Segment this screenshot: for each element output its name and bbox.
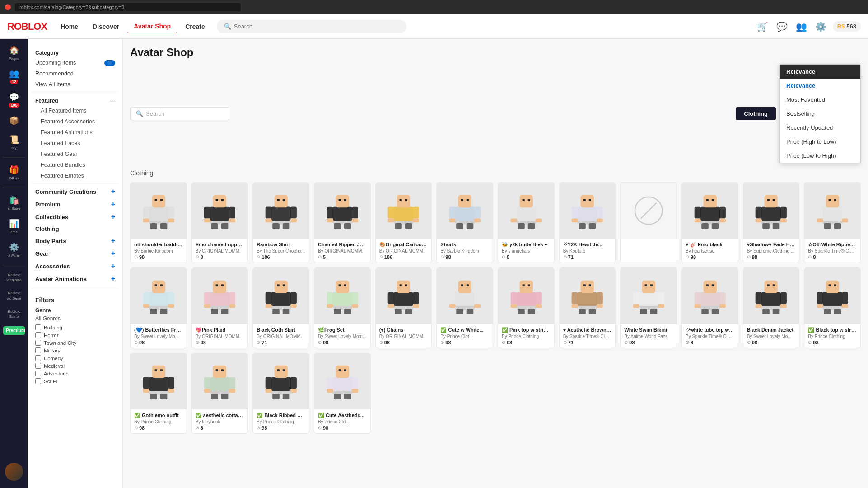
item-card[interactable]: 🐝 y2k butterflies +By s angelia s⊙8 xyxy=(498,182,555,263)
nav-search-input[interactable] xyxy=(234,23,399,30)
filter-town-checkbox[interactable] xyxy=(35,340,41,346)
item-card[interactable]: 🎨Original Cartoony PantsBy ORIGINAL MOMM… xyxy=(375,182,432,263)
avatar-animations-plus-icon[interactable]: + xyxy=(111,275,115,283)
item-card[interactable]: White Swim BikiniBy Anime World Fans⊙98 xyxy=(620,267,677,348)
item-card[interactable]: ✅ Cute w White...By Prince Clot...⊙98 xyxy=(436,267,493,348)
category-filter-button[interactable]: Clothing xyxy=(736,107,776,120)
item-card[interactable]: (💙) Butterflies Front TieBy Sweet Lovely… xyxy=(130,267,187,348)
filter-military-checkbox[interactable] xyxy=(35,347,41,353)
item-card[interactable]: 🌿Frog SetBy Sweet Lovely Mom...⊙98 xyxy=(314,267,371,348)
filter-horror[interactable]: Horror xyxy=(35,331,115,339)
filter-comedy-checkbox[interactable] xyxy=(35,355,41,361)
filter-building[interactable]: Building xyxy=(35,324,115,331)
item-card[interactable]: 💖Pink PlaidBy ORIGINAL MOMM.⊙98 xyxy=(191,267,248,348)
sidebar-featured-gear[interactable]: Featured Gear xyxy=(28,149,122,160)
body-parts-plus-icon[interactable]: + xyxy=(111,237,115,245)
left-panel-offers[interactable]: 🎁 Offers xyxy=(3,162,25,183)
sidebar-accessories[interactable]: Accessories + xyxy=(28,260,122,272)
item-card[interactable]: Chained Ripped JeansBy ORIGINAL MOMM.⊙5 xyxy=(314,182,371,263)
left-panel-roblox1[interactable]: Roblox:Werkbold xyxy=(3,270,25,285)
left-panel-control[interactable]: ⚙️ ol Panel xyxy=(3,239,25,260)
sidebar-body-parts[interactable]: Body Parts + xyxy=(28,235,122,247)
filter-adventure[interactable]: Adventure xyxy=(35,370,115,377)
sort-most-favorited[interactable]: Most Favorited xyxy=(780,93,860,107)
item-card[interactable]: Black Denim JacketBy Sweet Lovely Mo...⊙… xyxy=(743,267,800,348)
sidebar-featured-faces[interactable]: Featured Faces xyxy=(28,138,122,149)
user-avatar[interactable] xyxy=(5,463,23,481)
sidebar-avatar-animations[interactable]: Avatar Animations + xyxy=(28,272,122,285)
collectibles-plus-icon[interactable]: + xyxy=(111,213,115,221)
item-card[interactable]: (♥) ChainsBy ORIGINAL MOMM.⊙98 xyxy=(375,267,432,348)
item-card[interactable]: ♡Y2K Heart Je...By Kouture⊙71 xyxy=(559,182,616,263)
item-card[interactable]: ShortsBy Barbie Kingdom⊙98 xyxy=(436,182,493,263)
sidebar-gear[interactable]: Gear + xyxy=(28,247,122,260)
nav-settings-icon[interactable]: ⚙️ xyxy=(813,19,828,34)
item-card[interactable]: off shoulder baddie setBy Barbie Kingdom… xyxy=(130,182,187,263)
left-panel-home[interactable]: 🏠 Pages xyxy=(3,42,25,63)
sidebar-view-all[interactable]: View All Items xyxy=(28,79,122,90)
item-card[interactable]: Rainbow ShirtBy The Super Chopho...⊙186 xyxy=(252,182,309,263)
filter-building-checkbox[interactable] xyxy=(35,324,41,330)
item-card[interactable]: ✅ Black Ribbed Knit BraletteBy Prince Cl… xyxy=(252,353,309,434)
nav-chat-icon[interactable]: 💬 xyxy=(775,19,789,34)
sidebar-featured-bundles[interactable]: Featured Bundles xyxy=(28,160,122,170)
left-panel-history[interactable]: 📜 ory xyxy=(3,132,25,153)
nav-avatar-shop[interactable]: Avatar Shop xyxy=(127,20,177,33)
left-panel-roblox3[interactable]: Roblox:Szeto xyxy=(3,306,25,322)
accessories-plus-icon[interactable]: + xyxy=(111,262,115,270)
community-plus-icon[interactable]: + xyxy=(111,188,115,196)
nav-search-bar[interactable]: 🔍 xyxy=(217,20,406,33)
premium-plus-icon[interactable]: + xyxy=(111,200,115,208)
filter-medieval-checkbox[interactable] xyxy=(35,363,41,369)
sidebar-featured-animations[interactable]: Featured Animations xyxy=(28,127,122,138)
sort-recently-updated[interactable]: Recently Updated xyxy=(780,121,860,135)
left-panel-friends[interactable]: 👥 12 xyxy=(3,66,25,87)
left-panel-box[interactable]: 📦 xyxy=(3,113,25,129)
sidebar-featured-emotes[interactable]: Featured Emotes xyxy=(28,170,122,181)
item-card[interactable]: ♡white tube top w plaid skirt &By Sparkl… xyxy=(681,267,738,348)
gear-plus-icon[interactable]: + xyxy=(111,249,115,258)
left-panel-store[interactable]: 🛍️ al Store xyxy=(3,192,25,213)
left-panel-messages[interactable]: 💬 195 xyxy=(3,89,25,110)
item-card[interactable]: Black Goth SkirtBy ORIGINAL MOMM.⊙71 xyxy=(252,267,309,348)
sidebar-premium[interactable]: Premium + xyxy=(28,198,122,211)
filter-search-bar[interactable]: 🔍 Search xyxy=(130,107,229,120)
item-card[interactable]: ✅ aesthetic cottagecore softBy fairybook… xyxy=(191,353,248,434)
filter-adventure-checkbox[interactable] xyxy=(35,371,41,376)
nav-shop-icon[interactable]: 🛒 xyxy=(755,19,770,34)
nav-friends-icon[interactable]: 👥 xyxy=(794,19,809,34)
nav-home[interactable]: Home xyxy=(54,20,84,33)
filter-medieval[interactable]: Medieval xyxy=(35,362,115,370)
filter-comedy[interactable]: Comedy xyxy=(35,354,115,362)
sidebar-upcoming[interactable]: Upcoming Items 🔵 xyxy=(28,57,122,68)
sidebar-featured-accessories[interactable]: Featured Accessories xyxy=(28,116,122,127)
filter-scifi-checkbox[interactable] xyxy=(35,378,41,384)
item-card[interactable]: ✅ Cute Aesthetic...By Prince Clot...⊙98 xyxy=(314,353,371,434)
item-card[interactable]: ☆Off-White Ripped JeansBy Sparkle Time® … xyxy=(804,182,861,263)
sort-price-low[interactable]: Price (Low to High) xyxy=(780,149,860,163)
sidebar-recommended[interactable]: Recommended xyxy=(28,68,122,79)
item-card[interactable]: ✅ Pink top w stripesBy Prince Clothing⊙9… xyxy=(498,267,555,348)
premium-button[interactable]: Premium xyxy=(3,326,25,335)
sort-price-high[interactable]: Price (High to Low) xyxy=(780,135,860,149)
left-panel-boards[interactable]: 📊 ards xyxy=(3,216,25,237)
item-card[interactable] xyxy=(620,182,677,263)
left-panel-roblox2[interactable]: Roblox:wo Dean xyxy=(3,288,25,303)
sidebar-community[interactable]: Community Creations + xyxy=(28,185,122,198)
nav-create[interactable]: Create xyxy=(179,20,211,33)
nav-discover[interactable]: Discover xyxy=(86,20,126,33)
filter-military[interactable]: Military xyxy=(35,347,115,354)
sort-relevance[interactable]: Relevance xyxy=(780,79,860,93)
item-card[interactable]: Emo chained ripped jeansBy ORIGINAL MOMM… xyxy=(191,182,248,263)
item-card[interactable]: ♥️ Aesthetic Brown PlaidBy Sparkle Time®… xyxy=(559,267,616,348)
item-card[interactable]: ♥Shadow♥ Fade HoodieBy Supreme Clothing … xyxy=(743,182,800,263)
browser-url[interactable]: roblox.com/catalog/Category=3&subcategor… xyxy=(15,3,241,11)
item-card[interactable]: ♥️ 🎸 Emo blackBy heartsease⊙98 xyxy=(681,182,738,263)
item-card[interactable]: ✅ Goth emo outfitBy Prince Clothing⊙98 xyxy=(130,353,187,434)
sidebar-collectibles[interactable]: Collectibles + xyxy=(28,211,122,223)
sidebar-all-featured[interactable]: All Featured Items xyxy=(28,105,122,116)
sidebar-clothing[interactable]: Clothing xyxy=(28,223,122,235)
filter-horror-checkbox[interactable] xyxy=(35,332,41,338)
item-card[interactable]: ✅ Black top w stripesBy Prince Clothing⊙… xyxy=(804,267,861,348)
filter-town[interactable]: Town and City xyxy=(35,339,115,347)
